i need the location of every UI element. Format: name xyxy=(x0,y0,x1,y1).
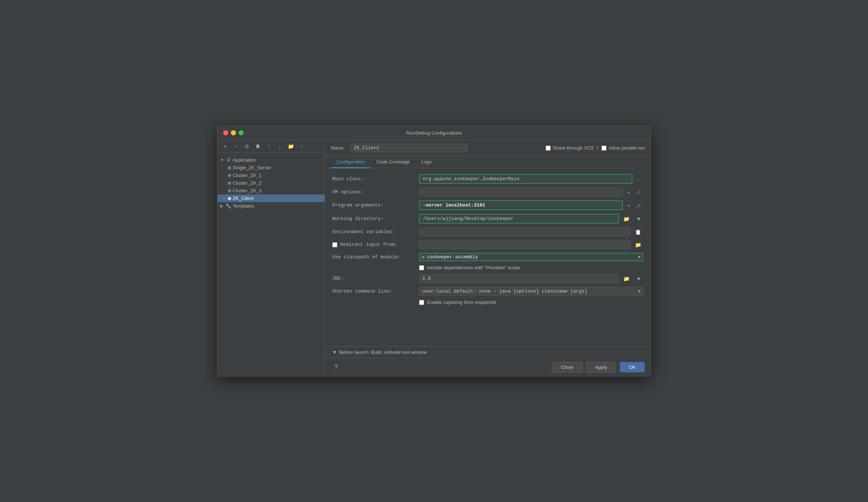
vm-options-add-button[interactable]: + xyxy=(625,189,632,196)
env-variables-label: Environment variables: xyxy=(332,229,416,235)
shorten-cmd-row: Shorten command line: user-local default… xyxy=(332,287,643,296)
before-launch-label: Before launch: Build, Activate tool wind… xyxy=(339,350,427,355)
module-name: zookeeper-assembly xyxy=(427,254,636,260)
main-class-browse-button[interactable]: ... xyxy=(635,175,643,183)
config-icon-cluster1: ▣ xyxy=(228,173,231,178)
vm-options-expand-button[interactable]: ⤢ xyxy=(635,189,643,196)
tree-item-zk-client[interactable]: ▣ ZK_Client xyxy=(217,194,325,202)
application-group-label: Application xyxy=(233,157,256,163)
tree-item-cluster-zk-1[interactable]: ▣ Cluster_ZK_1 xyxy=(217,171,325,179)
share-vcs-checkbox[interactable] xyxy=(546,146,551,151)
include-deps-checkbox[interactable] xyxy=(419,265,424,270)
add-config-button[interactable]: + xyxy=(220,142,230,150)
settings-button[interactable] xyxy=(253,142,263,150)
program-args-add-button[interactable]: + xyxy=(625,202,632,209)
apply-button[interactable]: Apply xyxy=(586,362,616,372)
module-dropdown-arrow: ▼ xyxy=(638,255,640,259)
jre-label: JRE: xyxy=(332,276,416,281)
env-variables-edit-button[interactable]: 📋 xyxy=(633,228,643,236)
new-folder-button[interactable]: 📁 xyxy=(286,142,295,150)
jre-dropdown-button[interactable]: ▼ xyxy=(634,275,643,282)
enable-snapshots-label: Enable capturing form snapshots xyxy=(427,300,496,305)
templates-label: Templates xyxy=(233,203,254,209)
sidebar-toolbar: + − ⧉ ↑ ↓ 📁 ↕ xyxy=(217,140,325,153)
parallel-run-label: Allow parallel run xyxy=(609,145,645,151)
working-dir-label: Working directory: xyxy=(332,216,416,221)
enable-snapshots-checkbox[interactable] xyxy=(419,300,424,305)
jre-row: JRE: 📁 ▼ xyxy=(332,274,643,283)
ok-button[interactable]: OK xyxy=(620,362,645,372)
use-classpath-label: Use classpath of module: xyxy=(332,254,416,260)
working-dir-dropdown-button[interactable]: ▼ xyxy=(634,215,643,223)
top-bar: Name: Share through VCS ? Allow parallel… xyxy=(325,140,651,156)
close-button[interactable]: Close xyxy=(552,362,582,372)
share-vcs-group: Share through VCS ? xyxy=(546,145,598,151)
bottom-actions: Close Apply OK xyxy=(552,362,645,372)
name-input[interactable] xyxy=(350,144,467,152)
tab-logs[interactable]: Logs xyxy=(415,156,437,168)
working-dir-field: 📁 ▼ xyxy=(419,214,643,224)
remove-config-button[interactable]: − xyxy=(231,142,241,150)
jre-input[interactable] xyxy=(419,274,619,283)
single-zk-server-label: Single_ZK_Server xyxy=(233,165,271,170)
share-vcs-label: Share through VCS xyxy=(553,145,594,151)
title-bar: Run/Debug Configurations xyxy=(217,126,651,140)
vcs-area: Share through VCS ? Allow parallel run xyxy=(546,145,645,151)
move-up-button[interactable]: ↑ xyxy=(264,142,274,150)
vm-options-label: VM options: xyxy=(332,189,416,195)
copy-config-button[interactable]: ⧉ xyxy=(242,142,252,150)
traffic-lights xyxy=(223,130,244,135)
tree-templates-group[interactable]: ▶ 🔧 Templates xyxy=(217,202,325,210)
include-deps-row: Include dependencies with "Provided" sco… xyxy=(332,265,643,270)
working-dir-browse-button[interactable]: 📁 xyxy=(621,215,632,223)
move-down-button[interactable]: ↓ xyxy=(275,142,284,150)
redirect-input-label: Redirect input from: xyxy=(340,242,397,247)
parallel-run-checkbox[interactable] xyxy=(601,146,607,151)
tree-item-cluster-zk-2[interactable]: ▣ Cluster_ZK_2 xyxy=(217,179,325,187)
zk-client-label: ZK_Client xyxy=(233,196,253,201)
env-variables-input[interactable] xyxy=(419,227,631,236)
tree-arrow-application: ▼ xyxy=(220,158,224,162)
main-class-field: ... xyxy=(419,174,643,184)
redirect-input-checkbox[interactable] xyxy=(332,242,337,247)
program-args-expand-button[interactable]: ⤢ xyxy=(635,202,643,209)
shorten-cmd-select[interactable]: user-local default: none - java [options… xyxy=(419,287,643,296)
working-dir-input[interactable] xyxy=(419,214,619,224)
enable-snapshots-row: Enable capturing form snapshots xyxy=(332,300,643,305)
jre-browse-button[interactable]: 📁 xyxy=(621,275,632,282)
vm-options-field: + ⤢ xyxy=(419,188,643,197)
tab-code-coverage[interactable]: Code Coverage xyxy=(371,156,415,168)
vm-options-input[interactable] xyxy=(419,188,623,197)
redirect-input-input[interactable] xyxy=(419,240,631,249)
tree-area: ▼ 🖥 Application ▣ Single_ZK_Server ▣ Clu… xyxy=(217,153,325,376)
main-class-label: Main class: xyxy=(332,176,416,182)
redirect-input-browse-button[interactable]: 📁 xyxy=(633,241,643,248)
include-deps-label: Include dependencies with "Provided" sco… xyxy=(427,265,520,270)
module-select-wrapper[interactable]: ▣ zookeeper-assembly ▼ xyxy=(419,253,643,261)
program-args-input[interactable] xyxy=(419,200,623,210)
tree-application-group[interactable]: ▼ 🖥 Application xyxy=(217,156,325,164)
config-icon-cluster2: ▣ xyxy=(228,181,231,185)
sort-button[interactable]: ↕ xyxy=(297,142,306,150)
right-panel: Name: Share through VCS ? Allow parallel… xyxy=(325,140,651,376)
cluster-zk-2-label: Cluster_ZK_2 xyxy=(233,180,261,186)
sidebar: + − ⧉ ↑ ↓ 📁 ↕ ▼ 🖥 App xyxy=(217,140,325,376)
redirect-input-field: 📁 xyxy=(419,240,643,249)
share-vcs-help-icon[interactable]: ? xyxy=(596,146,598,151)
help-button[interactable]: ? xyxy=(331,362,341,372)
minimize-traffic-light[interactable] xyxy=(231,130,236,135)
before-launch-section: ▼ Before launch: Build, Activate tool wi… xyxy=(325,346,651,358)
window-title: Run/Debug Configurations xyxy=(406,130,462,136)
close-traffic-light[interactable] xyxy=(223,130,228,135)
maximize-traffic-light[interactable] xyxy=(239,130,244,135)
before-launch-header[interactable]: ▼ Before launch: Build, Activate tool wi… xyxy=(332,350,643,355)
program-args-label: Program arguments: xyxy=(332,202,416,208)
tree-item-cluster-zk-3[interactable]: ▣ Cluster_ZK_3 xyxy=(217,187,325,194)
tab-configuration[interactable]: Configuration xyxy=(331,156,371,168)
config-icon-single: ▣ xyxy=(228,165,231,170)
main-class-input[interactable] xyxy=(419,174,632,184)
tree-item-single-zk-server[interactable]: ▣ Single_ZK_Server xyxy=(217,164,325,171)
parallel-run-group: Allow parallel run xyxy=(601,145,645,151)
env-variables-row: Environment variables: 📋 xyxy=(332,227,643,236)
config-icon-cluster3: ▣ xyxy=(228,188,231,193)
